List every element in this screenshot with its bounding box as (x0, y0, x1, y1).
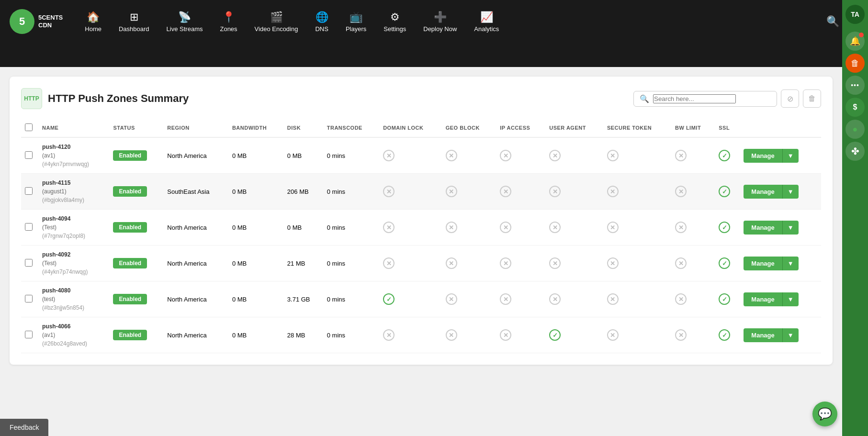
more-btn[interactable]: ••• (845, 76, 865, 95)
delete-btn[interactable]: 🗑 (803, 89, 821, 108)
row-name: push-4094 (Test) (#7rgnw7q2opl8) (42, 214, 105, 240)
zones-icon: 📍 (222, 11, 235, 23)
manage-btn-group: Manage ▼ (744, 328, 817, 342)
nav-item-dns[interactable]: 🌐DNS (307, 7, 336, 36)
manage-dropdown[interactable]: ▼ (782, 257, 799, 270)
nav-item-settings[interactable]: ⚙Settings (376, 7, 414, 36)
notification-btn[interactable]: 🔔 (845, 32, 865, 51)
search-icon[interactable]: 🔍 (826, 15, 839, 28)
row-region: North America (163, 246, 228, 281)
nav-item-zones[interactable]: 📍Zones (212, 7, 245, 36)
table-row: push-4092 (Test) (#4ykn7p74nwqg) Enabled… (21, 246, 821, 281)
row-bandwidth: 0 MB (228, 210, 283, 246)
select-all-checkbox[interactable] (25, 123, 33, 131)
panel-header: HTTP HTTP Push Zones Summary 🔍 ⊘ 🗑 (21, 88, 821, 109)
manage-dropdown[interactable]: ▼ (782, 292, 799, 306)
x-icon: ✕ (500, 329, 511, 341)
row-region: SouthEast Asia (163, 174, 228, 210)
manage-dropdown[interactable]: ▼ (782, 149, 799, 163)
nav-item-deploy-now[interactable]: ➕Deploy Now (416, 7, 464, 36)
nav-item-dashboard[interactable]: ⊞Dashboard (111, 7, 157, 36)
manage-button[interactable]: Manage (744, 221, 782, 235)
nav-item-live-streams[interactable]: 📡Live Streams (159, 7, 211, 36)
x-icon: ✕ (675, 186, 687, 197)
manage-dropdown[interactable]: ▼ (782, 185, 799, 199)
grid-btn[interactable]: ✤ (845, 142, 865, 161)
manage-dropdown[interactable]: ▼ (782, 328, 799, 342)
row-disk: 206 MB (283, 174, 323, 210)
row-geo-block: ✕ (442, 174, 496, 210)
row-bandwidth: 0 MB (228, 246, 283, 281)
row-secure-token: ✕ (603, 210, 671, 246)
row-user-agent: ✕ (545, 210, 603, 246)
search-input[interactable] (653, 94, 736, 103)
row-disk: 28 MB (283, 317, 323, 353)
feedback-button[interactable]: Feedback (0, 419, 48, 436)
row-transcode: 0 mins (323, 174, 379, 210)
manage-btn-group: Manage ▼ (744, 221, 817, 235)
row-secure-token: ✕ (603, 317, 671, 353)
table-body: push-4120 (av1) (#4ykn7pmvnwqg) Enabled … (21, 137, 821, 353)
x-icon: ✕ (675, 329, 687, 341)
players-icon: 📺 (349, 11, 362, 23)
logo[interactable]: 5 5CENTSCDN (10, 9, 63, 34)
status-badge: Enabled (113, 150, 147, 161)
row-checkbox[interactable] (25, 151, 33, 159)
row-checkbox[interactable] (25, 259, 33, 267)
row-checkbox[interactable] (25, 187, 33, 195)
x-icon: ✕ (446, 186, 457, 197)
nav-item-video-encoding[interactable]: 🎬Video Encoding (247, 7, 306, 36)
nav-item-home[interactable]: 🏠Home (77, 7, 109, 36)
row-domain-lock: ✕ (379, 317, 442, 353)
row-disk: 21 MB (283, 246, 323, 281)
x-icon: ✕ (446, 150, 457, 161)
row-ssl: ✓ (715, 210, 740, 246)
row-domain-lock: ✕ (379, 137, 442, 174)
table-row: push-4066 (av1) (#26bo24g8aved) Enabled … (21, 317, 821, 353)
row-checkbox[interactable] (25, 223, 33, 231)
chat-fab[interactable]: 💬 (812, 402, 837, 426)
check-icon: ✓ (719, 150, 730, 161)
manage-button[interactable]: Manage (744, 257, 782, 270)
dollar-btn[interactable]: $ (845, 98, 865, 117)
manage-button[interactable]: Manage (744, 328, 782, 342)
nav-item-players[interactable]: 📺Players (338, 7, 374, 36)
row-checkbox[interactable] (25, 295, 33, 302)
status-btn[interactable]: ● (845, 120, 865, 139)
row-bw-limit: ✕ (671, 137, 715, 174)
manage-button[interactable]: Manage (744, 149, 782, 163)
x-icon: ✕ (500, 257, 511, 269)
manage-button[interactable]: Manage (744, 185, 782, 199)
manage-button[interactable]: Manage (744, 292, 782, 306)
x-icon: ✕ (549, 257, 561, 269)
check-icon: ✓ (549, 329, 561, 341)
block-btn[interactable]: ⊘ (781, 89, 799, 108)
trash-btn[interactable]: 🗑 (845, 54, 865, 73)
row-geo-block: ✕ (442, 137, 496, 174)
row-name: push-4066 (av1) (#26bo24g8aved) (42, 322, 105, 348)
row-bandwidth: 0 MB (228, 317, 283, 353)
x-icon: ✕ (383, 329, 395, 341)
row-ip-access: ✕ (496, 174, 545, 210)
notification-badge (859, 33, 864, 37)
logo-icon: 5 (10, 9, 34, 34)
row-domain-lock: ✓ (379, 281, 442, 317)
row-checkbox[interactable] (25, 331, 33, 338)
x-icon: ✕ (500, 293, 511, 305)
table-row: push-4094 (Test) (#7rgnw7q2opl8) Enabled… (21, 210, 821, 246)
row-bw-limit: ✕ (671, 317, 715, 353)
row-bandwidth: 0 MB (228, 137, 283, 174)
check-icon: ✓ (383, 293, 395, 305)
x-icon: ✕ (675, 150, 687, 161)
manage-btn-group: Manage ▼ (744, 149, 817, 163)
col-geo-block: GEO BLOCK (442, 119, 496, 137)
manage-dropdown[interactable]: ▼ (782, 221, 799, 235)
col-domain-lock: DOMAIN LOCK (379, 119, 442, 137)
x-icon: ✕ (500, 222, 511, 233)
col-user-agent: USER AGENT (545, 119, 603, 137)
right-sidebar: TA 🔔 🗑 ••• $ ● ✤ (842, 0, 868, 436)
row-bw-limit: ✕ (671, 174, 715, 210)
panel-actions: 🔍 ⊘ 🗑 (633, 89, 821, 108)
x-icon: ✕ (383, 222, 395, 233)
nav-item-analytics[interactable]: 📈Analytics (466, 7, 507, 36)
